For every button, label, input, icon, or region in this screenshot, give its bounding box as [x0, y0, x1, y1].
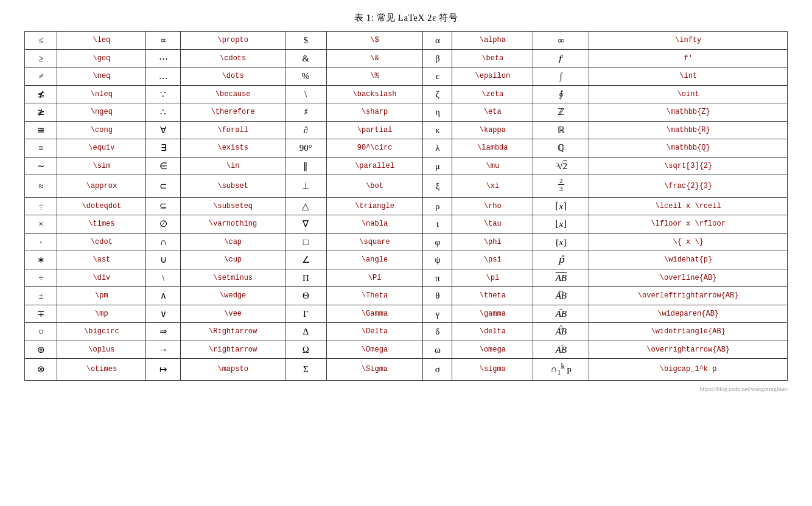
latex-symbol: × — [25, 215, 57, 234]
latex-command: \geq — [57, 49, 146, 68]
latex-symbol: ≰ — [25, 85, 57, 103]
latex-command: \forall — [181, 121, 285, 139]
latex-symbol: ∓ — [25, 305, 57, 323]
latex-command: \exists — [181, 139, 285, 158]
latex-command: \widehat{p} — [589, 251, 788, 269]
latex-command: \$ — [326, 32, 423, 50]
latex-symbol: ⇒ — [146, 323, 181, 341]
latex-symbol: τ — [423, 215, 452, 234]
latex-symbol: Γ — [285, 305, 326, 323]
latex-symbol: ∗ — [25, 251, 57, 269]
latex-symbol: ∅ — [146, 215, 181, 234]
latex-command: \ngeq — [57, 103, 146, 122]
latex-command: \alpha — [452, 32, 533, 50]
latex-command: \overleftrightarrow{AB} — [589, 287, 788, 305]
latex-symbol: % — [285, 68, 326, 86]
table-row: ≤\leq∝\propto$\$α\alpha∞\infty — [25, 32, 788, 50]
latex-command: \kappa — [452, 121, 533, 139]
latex-command: \cup — [181, 251, 285, 269]
latex-command: \times — [57, 215, 146, 234]
table-row: ∗\ast∪\cup∠\angleψ\psip̂\widehat{p} — [25, 251, 788, 269]
latex-command: \subseteq — [181, 197, 285, 215]
latex-symbol: ⊥ — [285, 175, 326, 198]
latex-command: \wedge — [181, 287, 285, 305]
latex-command: \Sigma — [326, 359, 423, 381]
latex-symbol: σ — [423, 359, 452, 381]
latex-symbol: ∪ — [146, 251, 181, 269]
latex-command: \Theta — [326, 287, 423, 305]
latex-command: \approx — [57, 175, 146, 198]
latex-command: \delta — [452, 323, 533, 341]
latex-command: \phi — [452, 233, 533, 251]
latex-symbol: ≥ — [25, 49, 57, 68]
latex-command: \infty — [589, 32, 788, 50]
latex-symbol: ∨ — [146, 305, 181, 323]
latex-command: \nleq — [57, 85, 146, 103]
latex-symbol: ± — [25, 287, 57, 305]
page-title: 表 1: 常见 LaTeX 2ε 符号 — [354, 12, 458, 24]
latex-symbol: ∵ — [146, 85, 181, 103]
latex-command: \overline{AB} — [589, 269, 788, 287]
latex-command: \omega — [452, 341, 533, 359]
latex-command: \mathbb{R} — [589, 121, 788, 139]
latex-command: \lceil x \rceil — [589, 197, 788, 215]
latex-symbol: ∂ — [285, 121, 326, 139]
latex-symbol: AB — [533, 269, 589, 287]
latex-symbol: ∥ — [285, 157, 326, 175]
latex-symbol: AB↔ — [533, 287, 589, 305]
latex-command: \theta — [452, 287, 533, 305]
latex-command: \partial — [326, 121, 423, 139]
latex-symbol: ∩ — [146, 233, 181, 251]
table-row: ○\bigcirc⇒\RightarrowΔ\Deltaδ\deltaAB△\w… — [25, 323, 788, 341]
latex-symbol: ∀ — [146, 121, 181, 139]
latex-command: \triangle — [326, 197, 423, 215]
latex-symbol: ∞ — [533, 32, 589, 50]
latex-command: \bigcap_1^k p — [589, 359, 788, 381]
latex-symbol: ⊆ — [146, 197, 181, 215]
latex-command: \wideparen{AB} — [589, 305, 788, 323]
latex-symbol: ∫ — [533, 68, 589, 86]
latex-command: \backslash — [326, 85, 423, 103]
latex-command: \because — [181, 85, 285, 103]
latex-command: \mu — [452, 157, 533, 175]
latex-command: \rightarrow — [181, 341, 285, 359]
latex-symbol: θ — [423, 287, 452, 305]
latex-symbol: ℤ — [533, 103, 589, 122]
latex-symbol: ≱ — [25, 103, 57, 122]
latex-command: \varnothing — [181, 215, 285, 234]
latex-symbol: Π — [285, 269, 326, 287]
latex-symbol: AB⌢ — [533, 305, 589, 323]
latex-symbol: ℝ — [533, 121, 589, 139]
latex-command: \sharp — [326, 103, 423, 122]
latex-symbol: ∩1k p — [533, 359, 589, 381]
latex-command: \oplus — [57, 341, 146, 359]
latex-symbol: λ — [423, 139, 452, 158]
latex-command: \otimes — [57, 359, 146, 381]
latex-symbol: … — [146, 68, 181, 86]
latex-symbol: & — [285, 49, 326, 68]
latex-symbol: AB→ — [533, 341, 589, 359]
latex-command: \sim — [57, 157, 146, 175]
latex-symbol: ∇ — [285, 215, 326, 234]
latex-command: \Pi — [326, 269, 423, 287]
latex-command: \cdots — [181, 49, 285, 68]
latex-symbol: ⊗ — [25, 359, 57, 381]
table-row: ⊗\otimes↦\mapstoΣ\Sigmaσ\sigma∩1k p\bigc… — [25, 359, 788, 381]
table-row: ±\pm∧\wedgeΘ\Thetaθ\thetaAB↔\overleftrig… — [25, 287, 788, 305]
latex-symbol: ⊕ — [25, 341, 57, 359]
latex-command: \propto — [181, 32, 285, 50]
latex-command: \equiv — [57, 139, 146, 158]
latex-symbol: Σ — [285, 359, 326, 381]
latex-symbol: ∠ — [285, 251, 326, 269]
latex-symbol: ⊂ — [146, 175, 181, 198]
latex-symbols-table: ≤\leq∝\propto$\$α\alpha∞\infty≥\geq⋯\cdo… — [24, 31, 788, 381]
latex-symbol: $ — [285, 32, 326, 50]
latex-symbol: 90° — [285, 139, 326, 158]
latex-command: \gamma — [452, 305, 533, 323]
latex-symbol: ∴ — [146, 103, 181, 122]
latex-symbol: 3√2 — [533, 157, 589, 175]
latex-command: \doteqdot — [57, 197, 146, 215]
latex-symbol: κ — [423, 121, 452, 139]
table-row: ×\times∅\varnothing∇\nablaτ\tau⌊x⌋\lfloo… — [25, 215, 788, 234]
latex-command: \mathbb{Z} — [589, 103, 788, 122]
